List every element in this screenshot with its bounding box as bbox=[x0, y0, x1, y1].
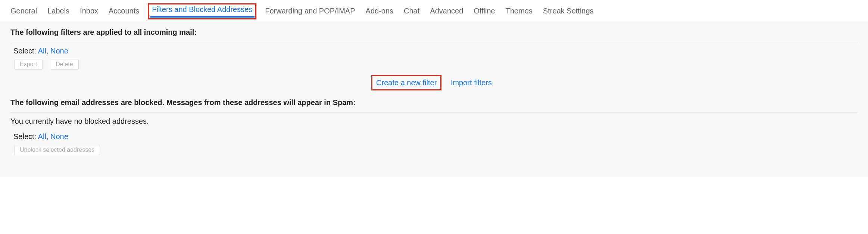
export-button[interactable]: Export bbox=[14, 59, 43, 70]
select-separator: , bbox=[46, 132, 50, 141]
blocked-heading: The following email addresses are blocke… bbox=[10, 98, 858, 113]
filters-select-row: Select: All, None bbox=[13, 47, 858, 55]
tab-streak-settings[interactable]: Streak Settings bbox=[543, 7, 594, 18]
tab-inbox[interactable]: Inbox bbox=[80, 7, 98, 18]
filter-links-row: Create a new filter Import filters bbox=[10, 76, 858, 89]
select-label: Select: bbox=[13, 132, 38, 141]
tab-chat[interactable]: Chat bbox=[404, 7, 419, 18]
create-new-filter-link[interactable]: Create a new filter bbox=[372, 76, 440, 89]
filters-heading: The following filters are applied to all… bbox=[10, 28, 858, 42]
filters-action-row: Export Delete bbox=[14, 59, 858, 70]
select-none-link[interactable]: None bbox=[50, 132, 68, 141]
tab-accounts[interactable]: Accounts bbox=[109, 7, 139, 18]
delete-button[interactable]: Delete bbox=[50, 59, 78, 70]
tab-addons[interactable]: Add-ons bbox=[366, 7, 394, 18]
tab-labels[interactable]: Labels bbox=[47, 7, 69, 18]
tab-themes[interactable]: Themes bbox=[506, 7, 533, 18]
settings-tabs: General Labels Inbox Accounts Filters an… bbox=[0, 0, 868, 21]
tab-advanced[interactable]: Advanced bbox=[430, 7, 463, 18]
select-label: Select: bbox=[13, 47, 38, 55]
tab-forwarding[interactable]: Forwarding and POP/IMAP bbox=[265, 7, 355, 18]
select-none-link[interactable]: None bbox=[50, 47, 68, 55]
select-separator: , bbox=[46, 47, 50, 55]
select-all-link[interactable]: All bbox=[38, 132, 46, 141]
blocked-select-row: Select: All, None bbox=[13, 132, 858, 141]
blocked-empty-message: You currently have no blocked addresses. bbox=[10, 117, 858, 126]
tab-filters-blocked[interactable]: Filters and Blocked Addresses bbox=[150, 5, 255, 18]
tab-offline[interactable]: Offline bbox=[474, 7, 495, 18]
tab-general[interactable]: General bbox=[10, 7, 37, 18]
select-all-link[interactable]: All bbox=[38, 47, 46, 55]
import-filters-link[interactable]: Import filters bbox=[447, 76, 496, 89]
blocked-action-row: Unblock selected addresses bbox=[14, 145, 858, 155]
filters-content: The following filters are applied to all… bbox=[0, 21, 868, 177]
unblock-button[interactable]: Unblock selected addresses bbox=[14, 145, 100, 155]
